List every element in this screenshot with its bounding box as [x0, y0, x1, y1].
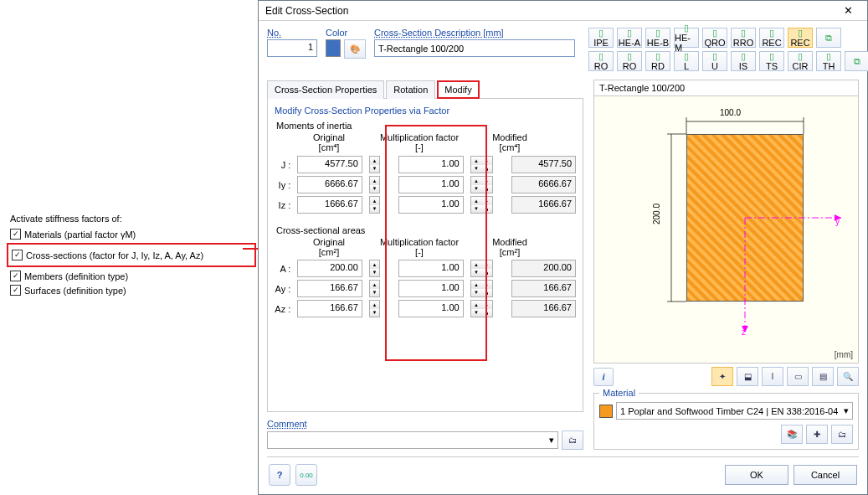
- profile-he-a[interactable]: ▯HE-A: [617, 28, 642, 48]
- stiffness-title: Activate stiffness factors of:: [10, 214, 253, 224]
- profile-library: ▯IPE▯HE-A▯HE-B▯HE-M▯QRO▯RRO▯REC▯REC⧉ ▯RO…: [588, 28, 868, 71]
- profile-l[interactable]: ▯L: [674, 51, 699, 71]
- orig-value[interactable]: 166.67: [297, 300, 362, 317]
- profile-he-m[interactable]: ▯HE-M: [674, 28, 699, 48]
- profile-ro[interactable]: ▯RO: [617, 51, 642, 71]
- no-field[interactable]: 1: [267, 39, 317, 57]
- view-axes-button[interactable]: ✦: [711, 367, 733, 386]
- profile-more[interactable]: ⧉: [845, 51, 868, 71]
- profile-u[interactable]: ▯U: [702, 51, 727, 71]
- profile-rec[interactable]: ▯REC: [759, 28, 784, 48]
- mod-value: 6666.67: [511, 176, 577, 193]
- spinner[interactable]: ▲▼: [369, 156, 381, 173]
- spinner[interactable]: ▲▼: [369, 196, 381, 214]
- orig-value[interactable]: 1666.67: [297, 196, 362, 214]
- desc-label: Cross-Section Description [mm]: [374, 28, 575, 38]
- orig-value[interactable]: 4577.50: [297, 156, 362, 173]
- profile-he-b[interactable]: ▯HE-B: [645, 28, 670, 48]
- material-new-button[interactable]: ✚: [806, 425, 828, 444]
- spinner-double[interactable]: ▲▼▸◂: [470, 280, 493, 297]
- chevron-down-icon: ▾: [549, 435, 554, 446]
- material-group: Material 1 Poplar and Softwood Timber C2…: [593, 393, 859, 450]
- view-print-button[interactable]: ▤: [812, 367, 834, 386]
- svg-marker-7: [835, 214, 841, 221]
- view-dims-button[interactable]: ⬓: [737, 367, 758, 386]
- material-label: Material: [599, 388, 639, 398]
- profile-ro[interactable]: ▯RO: [588, 51, 614, 71]
- check-icon: ✓: [12, 250, 23, 260]
- spinner-double[interactable]: ▲▼▸◂: [470, 300, 493, 317]
- mult-value[interactable]: 1.00: [398, 196, 464, 214]
- preview-title: T-Rectangle 100/200: [593, 80, 859, 95]
- spinner-double[interactable]: ▲▼▸◂: [470, 260, 493, 277]
- view-values-button[interactable]: I: [762, 367, 783, 386]
- profile-ipe[interactable]: ▯IPE: [588, 28, 614, 48]
- check-icon: ✓: [10, 229, 21, 240]
- profile-qro[interactable]: ▯QRO: [702, 28, 727, 48]
- ok-button[interactable]: OK: [725, 465, 788, 485]
- close-button[interactable]: ✕: [835, 4, 860, 17]
- profile-rd[interactable]: ▯RD: [645, 51, 670, 71]
- tab-rotation[interactable]: Rotation: [386, 80, 435, 99]
- spinner-double[interactable]: ▲▼▸◂: [470, 156, 493, 173]
- material-swatch: [599, 405, 613, 418]
- highlight-cross-sections: ✓Cross-sections (factor for J, Iy, Iz, A…: [7, 243, 256, 267]
- no-label: No.: [267, 28, 317, 38]
- tab-modify[interactable]: Modify: [437, 80, 479, 99]
- mult-value[interactable]: 1.00: [398, 156, 464, 173]
- view-stress-button[interactable]: ▭: [787, 367, 809, 386]
- mult-value[interactable]: 1.00: [398, 260, 464, 277]
- svg-marker-9: [742, 326, 748, 333]
- profile-is[interactable]: ▯IS: [731, 51, 756, 71]
- profile-th[interactable]: ▯TH: [816, 51, 841, 71]
- spinner-double[interactable]: ▲▼▸◂: [470, 196, 493, 214]
- spinner-double[interactable]: ▲▼▸◂: [470, 176, 493, 193]
- areas-label: Cross-sectional areas: [276, 225, 576, 235]
- color-picker-button[interactable]: 🎨: [344, 39, 366, 59]
- material-select[interactable]: 1 Poplar and Softwood Timber C24 | EN 33…: [616, 402, 853, 420]
- mult-value[interactable]: 1.00: [398, 300, 464, 317]
- orig-value[interactable]: 166.67: [297, 280, 362, 297]
- mod-value: 1666.67: [511, 196, 577, 214]
- chk-surfaces[interactable]: ✓Surfaces (definition type): [10, 285, 253, 296]
- description-field[interactable]: [374, 39, 575, 57]
- material-library-button[interactable]: 📚: [781, 425, 803, 444]
- stiffness-factors-panel: Activate stiffness factors of: ✓Material…: [10, 214, 253, 299]
- tab-properties[interactable]: Cross-Section Properties: [267, 80, 384, 99]
- help-button[interactable]: ?: [269, 464, 290, 486]
- material-edit-button[interactable]: 🗂: [831, 425, 853, 444]
- edit-cross-section-dialog: Edit Cross-Section ✕ No. 1 Color 🎨 Cross…: [258, 0, 868, 495]
- mod-value: 4577.50: [511, 156, 577, 173]
- units-button[interactable]: 0.00: [295, 464, 317, 486]
- mult-value[interactable]: 1.00: [398, 176, 464, 193]
- group-title: Modify Cross-Section Properties via Fact…: [275, 106, 576, 116]
- comment-field[interactable]: ▾: [267, 431, 558, 449]
- spinner[interactable]: ▲▼: [369, 300, 381, 317]
- titlebar: Edit Cross-Section ✕: [259, 1, 867, 21]
- info-button[interactable]: i: [593, 368, 614, 386]
- mod-value: 166.67: [511, 300, 577, 317]
- orig-value[interactable]: 200.00: [297, 260, 362, 277]
- chk-materials[interactable]: ✓Materials (partial factor γM): [10, 229, 253, 240]
- chk-cross-sections[interactable]: ✓Cross-sections (factor for J, Iy, Iz, A…: [12, 250, 251, 260]
- color-swatch[interactable]: [326, 39, 341, 57]
- chk-members[interactable]: ✓Members (definition type): [10, 271, 253, 281]
- comment-label: Comment: [267, 419, 583, 429]
- comment-pick-button[interactable]: 🗂: [562, 431, 583, 450]
- spinner[interactable]: ▲▼: [369, 260, 381, 277]
- profile-rec[interactable]: ▯REC: [788, 28, 813, 48]
- cancel-button[interactable]: Cancel: [794, 465, 857, 485]
- spinner[interactable]: ▲▼: [369, 280, 381, 297]
- check-icon: ✓: [10, 271, 21, 281]
- profile-ts[interactable]: ▯TS: [759, 51, 784, 71]
- profile-rro[interactable]: ▯RRO: [731, 28, 756, 48]
- profile-more[interactable]: ⧉: [816, 28, 841, 48]
- unit-label: [mm]: [835, 350, 853, 359]
- view-search-button[interactable]: 🔍: [837, 367, 859, 386]
- mult-value[interactable]: 1.00: [398, 280, 464, 297]
- color-label: Color: [326, 28, 366, 38]
- orig-value[interactable]: 6666.67: [297, 176, 362, 193]
- profile-cir[interactable]: ▯CIR: [788, 51, 813, 71]
- mod-value: 166.67: [511, 280, 577, 297]
- spinner[interactable]: ▲▼: [369, 176, 381, 193]
